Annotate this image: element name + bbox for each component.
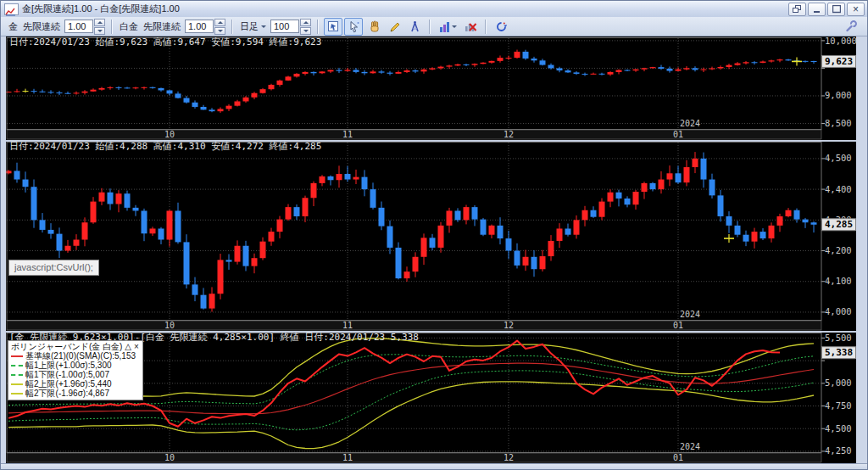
refresh-icon	[495, 20, 508, 33]
legend-title: ボリンジャーバンド(金 白金)	[11, 342, 122, 351]
svg-text:11: 11	[342, 453, 353, 462]
pan-hand-icon	[368, 20, 381, 33]
svg-text:5,338: 5,338	[825, 347, 853, 358]
gold-ratio-stepper[interactable]: 1.00	[64, 19, 105, 35]
platinum-chart-canvas[interactable]: 4,5004,4004,3004,2004,1004,0001011120120…	[6, 142, 856, 331]
bars-count-stepper[interactable]: 100	[270, 19, 311, 35]
svg-text:5,000: 5,000	[825, 378, 852, 388]
pencil-draw-button[interactable]	[385, 18, 403, 36]
legend-row-label: 幅1下限(-1.00σ):5,007	[25, 370, 109, 379]
bar-chart-icon	[439, 20, 452, 33]
legend-swatch	[11, 365, 23, 366]
minimize-button[interactable]	[808, 3, 826, 16]
app-chart-icon	[4, 3, 19, 15]
svg-text:4,500: 4,500	[825, 153, 852, 163]
svg-text:2024: 2024	[680, 442, 700, 451]
clear-indicators-icon	[465, 20, 477, 33]
svg-text:4,400: 4,400	[825, 184, 852, 194]
toolbar: 金 先限連続 1.00 白金 先限連続 1.00 日足 100	[1, 17, 867, 36]
svg-text:11: 11	[342, 321, 353, 330]
crosshair-tool-icon	[327, 20, 340, 33]
svg-text:日付:2024/01/23 始値:9,623 高値:9,64: 日付:2024/01/23 始値:9,623 高値:9,647 安値:9,594…	[9, 37, 321, 48]
spin-up-icon[interactable]	[214, 19, 225, 26]
title-bar[interactable]: 金[先限連続]1.00 - 白金[先限連続]1.00 ×	[1, 1, 867, 18]
svg-text:5,500: 5,500	[825, 333, 852, 343]
panel-separator[interactable]	[6, 331, 856, 333]
crosshair-tool-button[interactable]	[324, 18, 342, 36]
svg-text:10: 10	[164, 130, 175, 139]
bottom-scroll-strip[interactable]	[1, 463, 867, 470]
chart-type-dropdown-button[interactable]	[436, 18, 459, 36]
pan-hand-button[interactable]	[364, 18, 383, 36]
spin-down-icon[interactable]	[94, 27, 105, 35]
toolbar-separator	[111, 20, 113, 34]
legend-row-label: 基準線(21)(0)(SMA)(C):5,153	[25, 351, 136, 361]
wrench-icon	[845, 20, 857, 32]
toolbar-separator	[317, 20, 319, 34]
close-button[interactable]: ×	[847, 3, 865, 16]
svg-text:2024: 2024	[680, 119, 700, 128]
bars-count-value[interactable]: 100	[270, 20, 299, 33]
svg-text:12: 12	[504, 130, 514, 139]
legend-swatch	[11, 355, 23, 357]
svg-text:9,623: 9,623	[825, 56, 853, 67]
legend-row: 幅2上限(+1.96σ):5,440	[11, 379, 139, 389]
gold-chart-canvas[interactable]: 10,0009,0008,500101112012024日付:2024/01/2…	[6, 37, 856, 140]
gold-ratio-value[interactable]: 1.00	[64, 20, 93, 33]
spin-down-icon[interactable]	[214, 27, 225, 35]
compass-icon	[409, 20, 421, 33]
svg-text:11: 11	[342, 130, 353, 139]
svg-text:01: 01	[673, 130, 683, 139]
legend-row: 幅1下限(-1.00σ):5,007	[11, 370, 139, 379]
legend-row: 基準線(21)(0)(SMA)(C):5,153	[11, 351, 139, 361]
period-value: 日足	[240, 20, 259, 33]
legend-rows: 基準線(21)(0)(SMA)(C):5,153幅1上限(+1.00σ):5,3…	[11, 351, 139, 398]
window-title: 金[先限連続]1.00 - 白金[先限連続]1.00	[22, 3, 180, 15]
compass-tool-button[interactable]	[405, 18, 424, 36]
clear-indicators-button[interactable]	[461, 18, 480, 36]
svg-text:4,500: 4,500	[825, 423, 852, 434]
svg-text:4,285: 4,285	[825, 219, 853, 230]
svg-text:10: 10	[164, 453, 175, 462]
svg-text:8,500: 8,500	[825, 118, 852, 128]
svg-text:12: 12	[504, 321, 514, 330]
spin-down-icon[interactable]	[300, 27, 311, 35]
legend-row-label: 幅2上限(+1.96σ):5,440	[25, 379, 112, 389]
gold-label: 金	[8, 20, 18, 33]
legend-swatch	[11, 393, 23, 394]
gold-candlestick-panel[interactable]: 10,0009,0008,500101112012024日付:2024/01/2…	[6, 37, 856, 140]
select-cursor-button[interactable]	[344, 18, 363, 36]
svg-text:4,200: 4,200	[825, 245, 852, 255]
svg-text:2024: 2024	[680, 310, 700, 319]
spin-up-icon[interactable]	[94, 19, 105, 26]
legend-collapse-icon[interactable]: △	[125, 342, 131, 351]
svg-text:日付:2024/01/23 始値:4,288 高値:4,31: 日付:2024/01/23 始値:4,288 高値:4,310 安値:4,272…	[9, 142, 321, 152]
chevron-down-icon	[452, 25, 457, 28]
refresh-button[interactable]	[492, 18, 510, 36]
platinum-ratio-value[interactable]: 1.00	[185, 20, 214, 33]
select-cursor-icon	[348, 20, 360, 33]
maximize-button[interactable]	[827, 3, 845, 16]
period-dropdown[interactable]: 日足	[240, 20, 266, 33]
svg-text:4,250: 4,250	[825, 445, 852, 456]
toolbar-separator	[485, 20, 487, 34]
legend-close-icon[interactable]: ×	[134, 342, 139, 351]
platinum-candlestick-panel[interactable]: 4,5004,4004,3004,2004,1004,0001011120120…	[6, 142, 856, 331]
legend-swatch	[11, 374, 23, 376]
svg-text:9,000: 9,000	[825, 90, 852, 100]
chevron-down-icon	[261, 25, 266, 28]
svg-text:01: 01	[673, 321, 683, 330]
platinum-ratio-stepper[interactable]: 1.00	[185, 19, 225, 35]
spin-up-icon[interactable]	[300, 19, 311, 26]
settings-wrench-button[interactable]	[842, 18, 860, 36]
bollinger-legend: ボリンジャーバンド(金 白金) △ × 基準線(21)(0)(SMA)(C):5…	[8, 340, 143, 400]
svg-text:10,000: 10,000	[825, 37, 856, 46]
panel-separator[interactable]	[6, 140, 856, 142]
restore-layout-button[interactable]	[788, 3, 806, 16]
legend-row: 幅1上限(+1.00σ):5,300	[11, 361, 139, 370]
svg-text:4,100: 4,100	[825, 276, 852, 286]
legend-row-label: 幅1上限(+1.00σ):5,300	[25, 361, 112, 370]
svg-text:10: 10	[164, 321, 175, 330]
legend-row: 幅2下限(-1.96σ):4,867	[11, 389, 139, 398]
legend-swatch	[11, 383, 23, 385]
